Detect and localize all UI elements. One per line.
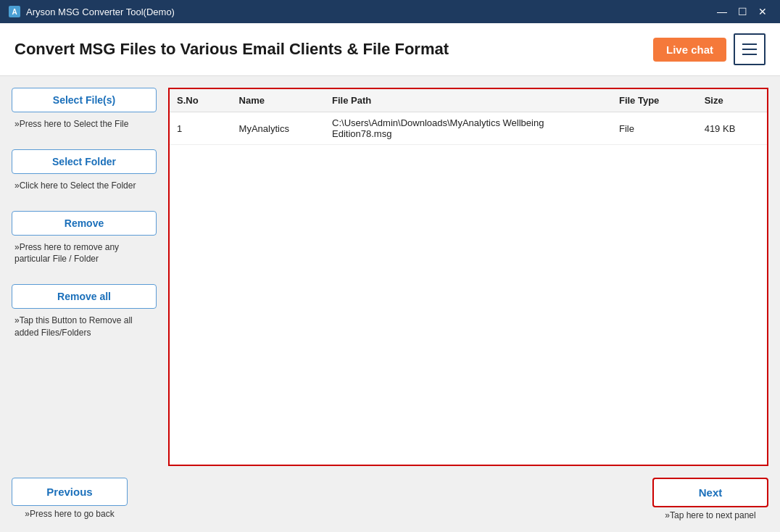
page-title: Convert MSG Files to Various Email Clien… bbox=[14, 40, 449, 59]
cell-path: C:\Users\Admin\Downloads\MyAnalytics Wel… bbox=[325, 112, 612, 145]
cell-size: 419 KB bbox=[697, 112, 767, 145]
cell-name: MyAnalytics bbox=[232, 112, 325, 145]
select-files-button[interactable]: Select File(s) bbox=[12, 88, 157, 112]
main-content: Select File(s) »Press here to Select the… bbox=[0, 76, 780, 478]
next-hint: »Tap here to next panel bbox=[665, 510, 755, 520]
previous-nav-group: Previous »Press here to go back bbox=[12, 478, 128, 519]
col-header-path: File Path bbox=[325, 89, 612, 112]
col-header-size: Size bbox=[697, 89, 767, 112]
live-chat-button[interactable]: Live chat bbox=[653, 38, 726, 62]
file-table-body: 1 MyAnalytics C:\Users\Admin\Downloads\M… bbox=[170, 112, 767, 145]
menu-icon-line3 bbox=[742, 54, 757, 55]
next-button[interactable]: Next bbox=[652, 478, 768, 507]
app-icon: A bbox=[9, 6, 20, 17]
maximize-button[interactable]: ☐ bbox=[734, 4, 751, 19]
select-files-hint: »Press here to Select the File bbox=[12, 117, 157, 132]
menu-icon-line1 bbox=[742, 43, 757, 45]
select-folder-hint: »Click here to Select the Folder bbox=[12, 178, 157, 194]
remove-all-button[interactable]: Remove all bbox=[12, 284, 157, 309]
col-header-sno: S.No bbox=[170, 89, 232, 112]
remove-button[interactable]: Remove bbox=[12, 211, 157, 236]
app-title: Aryson MSG Converter Tool(Demo) bbox=[26, 7, 175, 17]
close-button[interactable]: ✕ bbox=[754, 4, 771, 19]
title-bar-left: A Aryson MSG Converter Tool(Demo) bbox=[9, 6, 175, 17]
remove-hint: »Press here to remove any particular Fil… bbox=[12, 240, 157, 267]
bottom-navigation: Previous »Press here to go back Next »Ta… bbox=[0, 478, 780, 532]
previous-hint: »Press here to go back bbox=[25, 509, 114, 519]
window-controls: — ☐ ✕ bbox=[713, 4, 771, 19]
cell-type: File bbox=[612, 112, 697, 145]
header: Convert MSG Files to Various Email Clien… bbox=[0, 23, 780, 76]
file-list-area: S.No Name File Path File Type Size 1 MyA… bbox=[168, 88, 768, 466]
select-folder-button[interactable]: Select Folder bbox=[12, 149, 157, 174]
minimize-button[interactable]: — bbox=[713, 4, 731, 19]
previous-button[interactable]: Previous bbox=[12, 478, 128, 506]
file-table-container: S.No Name File Path File Type Size 1 MyA… bbox=[168, 88, 768, 466]
menu-icon-line2 bbox=[742, 49, 757, 50]
sidebar: Select File(s) »Press here to Select the… bbox=[12, 88, 157, 466]
col-header-name: Name bbox=[232, 89, 325, 112]
header-actions: Live chat bbox=[653, 33, 766, 65]
title-bar: A Aryson MSG Converter Tool(Demo) — ☐ ✕ bbox=[0, 0, 780, 23]
remove-all-hint: »Tap this Button to Remove all added Fil… bbox=[12, 313, 157, 341]
menu-button[interactable] bbox=[734, 33, 766, 65]
next-nav-group: Next »Tap here to next panel bbox=[652, 478, 768, 520]
table-row[interactable]: 1 MyAnalytics C:\Users\Admin\Downloads\M… bbox=[170, 112, 767, 145]
file-table: S.No Name File Path File Type Size 1 MyA… bbox=[170, 89, 767, 145]
select-files-group: Select File(s) »Press here to Select the… bbox=[12, 88, 157, 132]
cell-sno: 1 bbox=[170, 112, 232, 145]
remove-all-group: Remove all »Tap this Button to Remove al… bbox=[12, 284, 157, 341]
remove-group: Remove »Press here to remove any particu… bbox=[12, 211, 157, 267]
col-header-type: File Type bbox=[612, 89, 697, 112]
table-header-row: S.No Name File Path File Type Size bbox=[170, 89, 767, 112]
select-folder-group: Select Folder »Click here to Select the … bbox=[12, 149, 157, 194]
